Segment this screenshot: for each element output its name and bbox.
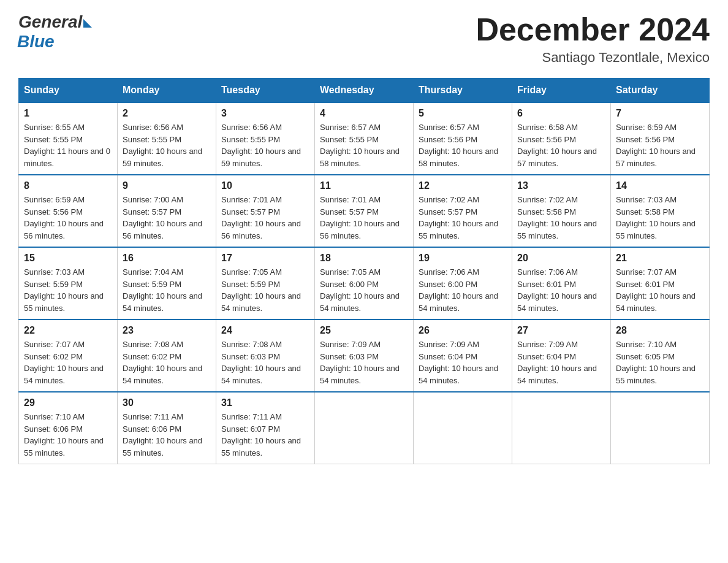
day-number: 16 — [123, 253, 211, 264]
day-number: 15 — [24, 253, 112, 264]
day-number: 14 — [616, 180, 704, 191]
calendar-header-row: SundayMondayTuesdayWednesdayThursdayFrid… — [19, 79, 710, 103]
day-info: Sunrise: 7:08 AM Sunset: 6:03 PM Dayligh… — [221, 339, 309, 386]
day-info: Sunrise: 7:09 AM Sunset: 6:04 PM Dayligh… — [419, 339, 507, 386]
calendar-cell: 29 Sunrise: 7:10 AM Sunset: 6:06 PM Dayl… — [19, 392, 118, 464]
calendar-week-row: 29 Sunrise: 7:10 AM Sunset: 6:06 PM Dayl… — [19, 392, 710, 464]
day-info: Sunrise: 7:05 AM Sunset: 6:00 PM Dayligh… — [320, 266, 408, 314]
day-info: Sunrise: 7:02 AM Sunset: 5:57 PM Dayligh… — [419, 194, 507, 242]
calendar-table: SundayMondayTuesdayWednesdayThursdayFrid… — [18, 78, 710, 464]
day-info: Sunrise: 7:01 AM Sunset: 5:57 PM Dayligh… — [221, 194, 309, 242]
calendar-cell: 6 Sunrise: 6:58 AM Sunset: 5:56 PM Dayli… — [512, 102, 611, 175]
calendar-cell: 26 Sunrise: 7:09 AM Sunset: 6:04 PM Dayl… — [414, 320, 512, 392]
day-number: 8 — [24, 180, 112, 191]
calendar-cell: 20 Sunrise: 7:06 AM Sunset: 6:01 PM Dayl… — [512, 247, 611, 320]
calendar-cell: 17 Sunrise: 7:05 AM Sunset: 5:59 PM Dayl… — [216, 247, 315, 320]
day-info: Sunrise: 6:57 AM Sunset: 5:55 PM Dayligh… — [320, 121, 408, 169]
calendar-cell: 16 Sunrise: 7:04 AM Sunset: 5:59 PM Dayl… — [118, 247, 216, 320]
logo-blue-text: Blue — [17, 32, 55, 52]
column-header-sunday: Sunday — [19, 79, 118, 103]
title-area: December 2024 Santiago Tezontlale, Mexic… — [476, 12, 710, 66]
logo-arrow-icon — [83, 19, 92, 28]
day-info: Sunrise: 7:07 AM Sunset: 6:02 PM Dayligh… — [24, 339, 112, 386]
day-number: 10 — [221, 180, 309, 191]
calendar-cell: 21 Sunrise: 7:07 AM Sunset: 6:01 PM Dayl… — [611, 247, 710, 320]
calendar-cell: 27 Sunrise: 7:09 AM Sunset: 6:04 PM Dayl… — [512, 320, 611, 392]
logo-general-text: General — [18, 12, 82, 32]
day-info: Sunrise: 6:59 AM Sunset: 5:56 PM Dayligh… — [616, 121, 704, 169]
day-info: Sunrise: 7:06 AM Sunset: 6:00 PM Dayligh… — [419, 266, 507, 314]
calendar-cell: 10 Sunrise: 7:01 AM Sunset: 5:57 PM Dayl… — [216, 175, 315, 247]
day-number: 9 — [123, 180, 211, 191]
calendar-cell: 28 Sunrise: 7:10 AM Sunset: 6:05 PM Dayl… — [611, 320, 710, 392]
calendar-cell: 1 Sunrise: 6:55 AM Sunset: 5:55 PM Dayli… — [19, 102, 118, 175]
calendar-cell: 22 Sunrise: 7:07 AM Sunset: 6:02 PM Dayl… — [19, 320, 118, 392]
calendar-cell: 19 Sunrise: 7:06 AM Sunset: 6:00 PM Dayl… — [414, 247, 512, 320]
day-number: 20 — [517, 253, 605, 264]
calendar-week-row: 15 Sunrise: 7:03 AM Sunset: 5:59 PM Dayl… — [19, 247, 710, 320]
day-info: Sunrise: 6:55 AM Sunset: 5:55 PM Dayligh… — [24, 121, 112, 169]
day-info: Sunrise: 7:11 AM Sunset: 6:06 PM Dayligh… — [123, 411, 211, 459]
day-number: 7 — [616, 108, 704, 119]
day-number: 18 — [320, 253, 408, 264]
calendar-cell — [315, 392, 414, 464]
calendar-cell: 24 Sunrise: 7:08 AM Sunset: 6:03 PM Dayl… — [216, 320, 315, 392]
calendar-cell: 31 Sunrise: 7:11 AM Sunset: 6:07 PM Dayl… — [216, 392, 315, 464]
day-info: Sunrise: 7:09 AM Sunset: 6:04 PM Dayligh… — [517, 339, 605, 386]
day-info: Sunrise: 7:07 AM Sunset: 6:01 PM Dayligh… — [616, 266, 704, 314]
calendar-cell: 3 Sunrise: 6:56 AM Sunset: 5:55 PM Dayli… — [216, 102, 315, 175]
day-number: 21 — [616, 253, 704, 264]
calendar-cell: 14 Sunrise: 7:03 AM Sunset: 5:58 PM Dayl… — [611, 175, 710, 247]
location-subtitle: Santiago Tezontlale, Mexico — [476, 50, 710, 66]
calendar-cell: 30 Sunrise: 7:11 AM Sunset: 6:06 PM Dayl… — [118, 392, 216, 464]
day-number: 12 — [419, 180, 507, 191]
calendar-cell — [611, 392, 710, 464]
column-header-tuesday: Tuesday — [216, 79, 315, 103]
day-info: Sunrise: 6:58 AM Sunset: 5:56 PM Dayligh… — [517, 121, 605, 169]
day-number: 13 — [517, 180, 605, 191]
day-info: Sunrise: 7:11 AM Sunset: 6:07 PM Dayligh… — [221, 411, 309, 459]
column-header-wednesday: Wednesday — [315, 79, 414, 103]
day-info: Sunrise: 6:57 AM Sunset: 5:56 PM Dayligh… — [419, 121, 507, 169]
day-info: Sunrise: 7:05 AM Sunset: 5:59 PM Dayligh… — [221, 266, 309, 314]
day-number: 5 — [419, 108, 507, 119]
calendar-cell: 7 Sunrise: 6:59 AM Sunset: 5:56 PM Dayli… — [611, 102, 710, 175]
calendar-cell: 12 Sunrise: 7:02 AM Sunset: 5:57 PM Dayl… — [414, 175, 512, 247]
day-info: Sunrise: 7:04 AM Sunset: 5:59 PM Dayligh… — [123, 266, 211, 314]
day-info: Sunrise: 7:08 AM Sunset: 6:02 PM Dayligh… — [123, 339, 211, 386]
day-info: Sunrise: 7:09 AM Sunset: 6:03 PM Dayligh… — [320, 339, 408, 386]
column-header-monday: Monday — [118, 79, 216, 103]
day-info: Sunrise: 7:03 AM Sunset: 5:58 PM Dayligh… — [616, 194, 704, 242]
calendar-cell: 4 Sunrise: 6:57 AM Sunset: 5:55 PM Dayli… — [315, 102, 414, 175]
day-number: 3 — [221, 108, 309, 119]
day-info: Sunrise: 7:02 AM Sunset: 5:58 PM Dayligh… — [517, 194, 605, 242]
day-number: 26 — [419, 325, 507, 336]
calendar-week-row: 8 Sunrise: 6:59 AM Sunset: 5:56 PM Dayli… — [19, 175, 710, 247]
day-number: 2 — [123, 108, 211, 119]
calendar-week-row: 22 Sunrise: 7:07 AM Sunset: 6:02 PM Dayl… — [19, 320, 710, 392]
day-number: 19 — [419, 253, 507, 264]
calendar-cell: 15 Sunrise: 7:03 AM Sunset: 5:59 PM Dayl… — [19, 247, 118, 320]
day-number: 27 — [517, 325, 605, 336]
column-header-friday: Friday — [512, 79, 611, 103]
day-number: 25 — [320, 325, 408, 336]
day-info: Sunrise: 7:10 AM Sunset: 6:06 PM Dayligh… — [24, 411, 112, 459]
day-number: 17 — [221, 253, 309, 264]
calendar-cell: 13 Sunrise: 7:02 AM Sunset: 5:58 PM Dayl… — [512, 175, 611, 247]
day-info: Sunrise: 6:56 AM Sunset: 5:55 PM Dayligh… — [221, 121, 309, 169]
day-number: 11 — [320, 180, 408, 191]
day-number: 6 — [517, 108, 605, 119]
day-number: 31 — [221, 397, 309, 408]
day-info: Sunrise: 6:56 AM Sunset: 5:55 PM Dayligh… — [123, 121, 211, 169]
day-info: Sunrise: 7:00 AM Sunset: 5:57 PM Dayligh… — [123, 194, 211, 242]
day-info: Sunrise: 7:06 AM Sunset: 6:01 PM Dayligh… — [517, 266, 605, 314]
day-info: Sunrise: 7:01 AM Sunset: 5:57 PM Dayligh… — [320, 194, 408, 242]
calendar-cell: 23 Sunrise: 7:08 AM Sunset: 6:02 PM Dayl… — [118, 320, 216, 392]
day-number: 4 — [320, 108, 408, 119]
column-header-thursday: Thursday — [414, 79, 512, 103]
day-info: Sunrise: 7:03 AM Sunset: 5:59 PM Dayligh… — [24, 266, 112, 314]
day-info: Sunrise: 6:59 AM Sunset: 5:56 PM Dayligh… — [24, 194, 112, 242]
day-number: 1 — [24, 108, 112, 119]
day-number: 29 — [24, 397, 112, 408]
calendar-cell: 9 Sunrise: 7:00 AM Sunset: 5:57 PM Dayli… — [118, 175, 216, 247]
